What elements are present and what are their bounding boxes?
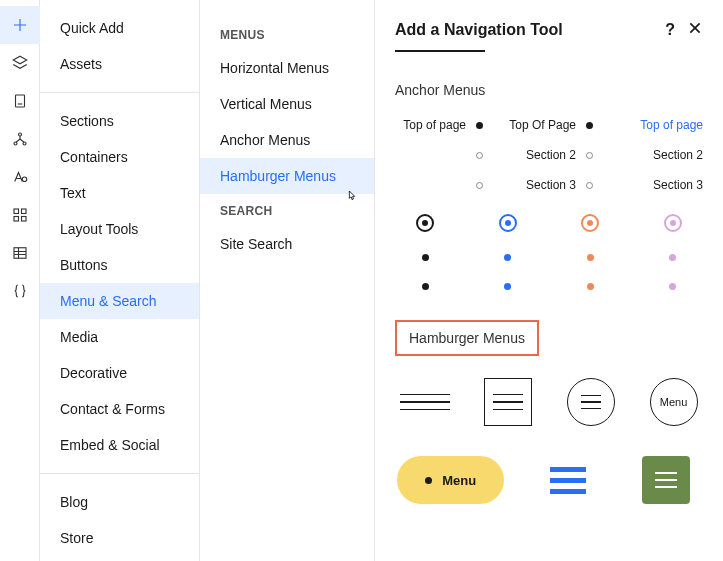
- dot-icon: [504, 254, 511, 261]
- category-text[interactable]: Text: [40, 175, 199, 211]
- radio-selected-icon: [499, 214, 517, 232]
- rail-table[interactable]: [0, 234, 40, 272]
- hamburger-icon: [567, 378, 615, 426]
- rail-layers[interactable]: [0, 44, 40, 82]
- panel-tab-indicator: [395, 50, 485, 52]
- category-blog[interactable]: Blog: [40, 484, 199, 520]
- icon-rail: [0, 0, 40, 561]
- dot-icon: [669, 254, 676, 261]
- anchor-label: Section 2: [526, 148, 576, 162]
- menu-pill-button: Menu: [397, 456, 504, 504]
- svg-rect-9: [14, 248, 26, 259]
- hamburger-box-lines[interactable]: [478, 378, 537, 426]
- category-column: Quick Add Assets Sections Containers Tex…: [40, 0, 200, 561]
- hamburger-icon: [484, 378, 532, 426]
- anchor-preview[interactable]: Top of page: [395, 116, 483, 194]
- category-layout-tools[interactable]: Layout Tools: [40, 211, 199, 247]
- category-group: Sections Containers Text Layout Tools Bu…: [40, 93, 199, 474]
- dot-hollow-icon: [476, 182, 483, 189]
- dot-icon: [476, 122, 483, 129]
- grid-icon: [11, 206, 29, 224]
- submenu-item-label: Hamburger Menus: [220, 168, 336, 184]
- submenu-site-search[interactable]: Site Search: [200, 226, 374, 262]
- anchor-preview[interactable]: Top of page Section 2 Section 3: [615, 116, 703, 194]
- svg-rect-6: [22, 209, 27, 214]
- rail-grid[interactable]: [0, 196, 40, 234]
- svg-point-1: [14, 142, 17, 145]
- dot-hollow-icon: [476, 152, 483, 159]
- section-hamburger-title: Hamburger Menus: [395, 320, 539, 356]
- rail-add[interactable]: [0, 6, 40, 44]
- svg-rect-7: [14, 217, 19, 222]
- hamburger-row-1: Menu: [395, 378, 703, 426]
- pill-label: Menu: [442, 473, 476, 488]
- dot-variant[interactable]: [643, 214, 704, 290]
- submenu-hamburger-menus[interactable]: Hamburger Menus: [200, 158, 374, 194]
- hamburger-blue-lines[interactable]: [530, 467, 604, 494]
- panel-title: Add a Navigation Tool: [395, 21, 563, 39]
- anchor-label: Top of page: [640, 118, 703, 132]
- rail-type[interactable]: [0, 158, 40, 196]
- category-sections[interactable]: Sections: [40, 103, 199, 139]
- submenu-vertical-menus[interactable]: Vertical Menus: [200, 86, 374, 122]
- category-media[interactable]: Media: [40, 319, 199, 355]
- hamburger-lines[interactable]: [395, 394, 454, 411]
- dot-variant[interactable]: [395, 214, 456, 290]
- anchor-label: Section 2: [653, 148, 703, 162]
- panel-header: Add a Navigation Tool ?: [395, 20, 703, 40]
- menu-text-icon: Menu: [650, 378, 698, 426]
- add-panel: Add a Navigation Tool ? Anchor Menus Top…: [375, 0, 723, 561]
- category-menu-search[interactable]: Menu & Search: [40, 283, 199, 319]
- submenu-header-menus: MENUS: [200, 18, 374, 50]
- page-icon: [11, 92, 29, 110]
- hamburger-row-2: Menu: [395, 456, 703, 504]
- anchor-preview[interactable]: Top Of Page Section 2 Section 3: [505, 116, 593, 194]
- hamburger-icon: [642, 456, 690, 504]
- dot-variant[interactable]: [560, 214, 621, 290]
- submenu-horizontal-menus[interactable]: Horizontal Menus: [200, 50, 374, 86]
- dot-icon: [669, 283, 676, 290]
- dot-icon: [422, 254, 429, 261]
- category-embed-social[interactable]: Embed & Social: [40, 427, 199, 463]
- hamburger-icon: [400, 394, 450, 411]
- category-buttons[interactable]: Buttons: [40, 247, 199, 283]
- category-contact-forms[interactable]: Contact & Forms: [40, 391, 199, 427]
- close-icon[interactable]: [687, 20, 703, 40]
- submenu-column: MENUS Horizontal Menus Vertical Menus An…: [200, 0, 375, 561]
- rail-nodes[interactable]: [0, 120, 40, 158]
- category-store[interactable]: Store: [40, 520, 199, 556]
- help-icon[interactable]: ?: [665, 21, 675, 39]
- hamburger-circle-text[interactable]: Menu: [644, 378, 703, 426]
- category-assets[interactable]: Assets: [40, 46, 199, 82]
- svg-point-3: [19, 133, 22, 136]
- braces-icon: [11, 282, 29, 300]
- dot-icon: [587, 283, 594, 290]
- hamburger-circle-lines[interactable]: [561, 378, 620, 426]
- submenu-anchor-menus[interactable]: Anchor Menus: [200, 122, 374, 158]
- rail-page[interactable]: [0, 82, 40, 120]
- anchor-label: Top of page: [403, 118, 466, 132]
- hamburger-green-box[interactable]: [629, 456, 703, 504]
- svg-point-2: [23, 142, 26, 145]
- dot-variant[interactable]: [478, 214, 539, 290]
- rail-code[interactable]: [0, 272, 40, 310]
- table-icon: [11, 244, 29, 262]
- svg-point-4: [22, 177, 27, 182]
- category-quick-add[interactable]: Quick Add: [40, 10, 199, 46]
- dot-hollow-icon: [586, 182, 593, 189]
- anchor-label: Section 3: [653, 178, 703, 192]
- section-anchor-title: Anchor Menus: [395, 82, 703, 98]
- category-decorative[interactable]: Decorative: [40, 355, 199, 391]
- category-group: Blog Store: [40, 474, 199, 561]
- submenu-header-search: SEARCH: [200, 194, 374, 226]
- type-icon: [11, 168, 29, 186]
- category-group: Quick Add Assets: [40, 0, 199, 93]
- dot-variant-grid: [395, 214, 703, 290]
- hamburger-pill[interactable]: Menu: [395, 456, 506, 504]
- dot-hollow-icon: [586, 152, 593, 159]
- dot-icon: [422, 283, 429, 290]
- category-containers[interactable]: Containers: [40, 139, 199, 175]
- dot-icon: [504, 283, 511, 290]
- svg-rect-5: [14, 209, 19, 214]
- radio-selected-icon: [581, 214, 599, 232]
